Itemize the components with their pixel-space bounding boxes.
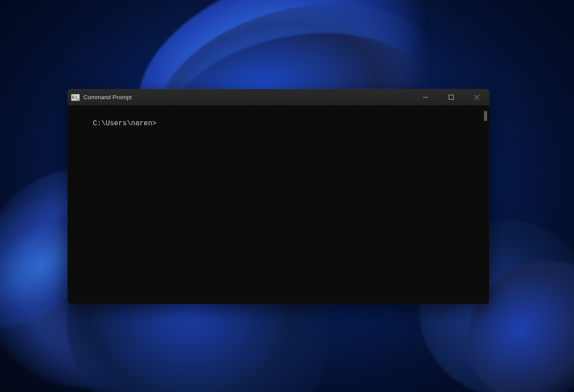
window-controls xyxy=(413,89,489,105)
terminal-scrollbar[interactable] xyxy=(482,111,489,304)
terminal-content: C:\Users\naren> xyxy=(68,111,482,304)
close-button[interactable] xyxy=(464,89,489,105)
minimize-button[interactable] xyxy=(413,89,438,105)
svg-rect-1 xyxy=(449,95,453,100)
command-prompt-window: C:\_ Command Prompt C:\Users\naren> xyxy=(68,89,489,304)
cmd-icon: C:\_ xyxy=(71,94,80,101)
minimize-icon xyxy=(423,95,428,100)
maximize-button[interactable] xyxy=(438,89,464,105)
window-title: Command Prompt xyxy=(83,94,413,101)
titlebar[interactable]: C:\_ Command Prompt xyxy=(68,89,489,106)
close-icon xyxy=(474,95,479,100)
terminal-prompt: C:\Users\naren> xyxy=(93,119,157,127)
maximize-icon xyxy=(449,95,454,100)
scrollbar-thumb[interactable] xyxy=(484,111,487,121)
terminal-body[interactable]: C:\Users\naren> xyxy=(68,106,489,304)
